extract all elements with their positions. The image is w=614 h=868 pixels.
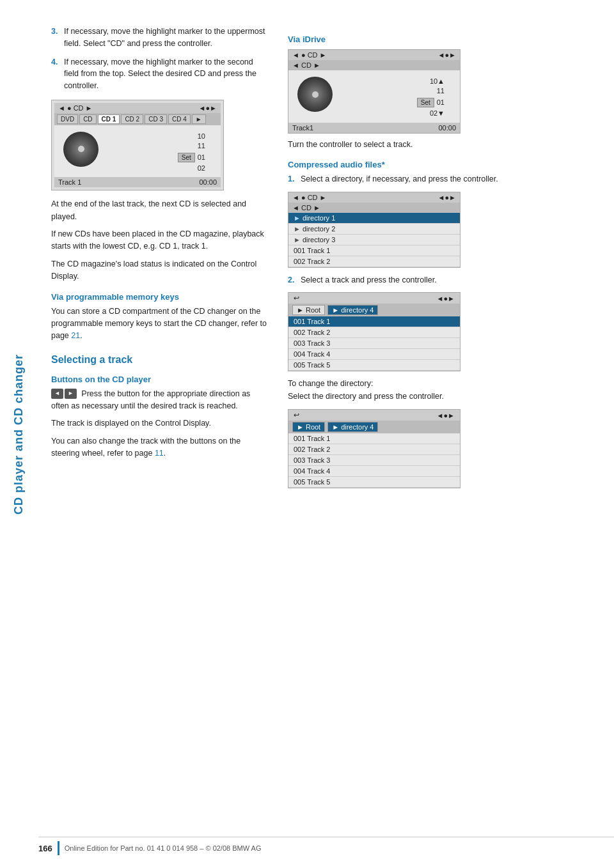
nav2-row-track2[interactable]: 002 Track 2 (288, 444, 460, 455)
sidebar-label: CD player and CD changer (13, 353, 26, 514)
page-footer: 166 Online Edition for Part no. 01 41 0 … (38, 837, 614, 855)
dir-top-bar: ◄ ● CD ► ◄●► (288, 192, 460, 203)
track-11: 11 (198, 141, 205, 151)
cd-player-screen: ◄ ● CD ► ◄●► DVD CD CD 1 CD 2 CD 3 CD 4 … (51, 100, 224, 191)
left-column: 3. If necessary, move the highlight mark… (51, 26, 269, 495)
cd-disc-image (63, 132, 98, 167)
via-prog-page-link[interactable]: 21 (71, 331, 80, 340)
dir-row-1[interactable]: ►directory 1 (288, 213, 460, 224)
idrive-track-02: 02▼ (430, 109, 445, 118)
cd-screen-top-right: ◄●► (199, 104, 217, 112)
idrive-set-row: Set 01 (417, 98, 445, 107)
dir-sub-row: ◄ CD ► (288, 203, 460, 213)
step-4: 4. If necessary, move the highlight mark… (51, 56, 269, 92)
nav-row-track1[interactable]: 001 Track 1 (288, 316, 460, 327)
cd-screen-top-left: ◄ ● CD ► (58, 104, 92, 112)
via-prog-header: Via programmable memory keys (51, 292, 269, 302)
nav-breadcrumb-1: ► Root ► directory 4 (288, 304, 460, 316)
footer-copyright: Online Edition for Part no. 01 41 0 014 … (65, 844, 262, 852)
tab-cd4[interactable]: CD 4 (168, 114, 191, 124)
dir-row-2[interactable]: ►directory 2 (288, 224, 460, 235)
dir-screen: ◄ ● CD ► ◄●► ◄ CD ► ►directory 1 ►direct… (288, 192, 460, 268)
turn-controller-text: Turn the controller to select a track. (288, 139, 505, 151)
nav-crumb-dir4-1[interactable]: ► directory 4 (327, 305, 378, 315)
idrive-bottom-bar: Track1 00:00 (288, 123, 460, 133)
nav-crumb-dir4-2[interactable]: ► directory 4 (327, 422, 378, 432)
nav2-row-track1[interactable]: 001 Track 1 (288, 433, 460, 444)
nav2-row-track4[interactable]: 004 Track 4 (288, 466, 460, 477)
dir-row-track1[interactable]: 001 Track 1 (288, 245, 460, 256)
change-dir-text: To change the directory: Select the dire… (288, 378, 505, 403)
track-display-text: The track is displayed on the Control Di… (51, 417, 269, 430)
compressed-step-2: 2. Select a track and press the controll… (288, 274, 505, 286)
idrive-screen: ◄ ● CD ► ◄●► ◄ CD ► 10▲ 11 Set 01 (288, 49, 460, 134)
nav-row-track2[interactable]: 002 Track 2 (288, 327, 460, 338)
compressed-step-2-text: Select a track and press the controller. (301, 274, 437, 286)
idrive-time: 00:00 (438, 124, 456, 132)
para-1: At the end of the last track, the next C… (51, 198, 269, 223)
via-idrive-header: Via iDrive (288, 35, 505, 44)
step-3-text: If necessary, move the highlight marker … (64, 26, 269, 50)
compressed-step-2-num: 2. (288, 274, 297, 286)
main-content: 3. If necessary, move the highlight mark… (38, 0, 614, 520)
nav2-row-track3[interactable]: 003 Track 3 (288, 455, 460, 466)
step-4-num: 4. (51, 56, 60, 92)
idrive-track-11: 11 (437, 86, 445, 96)
footer-divider (58, 841, 59, 855)
track-01: 01 (198, 153, 205, 162)
track-buttons: ◄ ► (51, 389, 77, 399)
nav-top-1: ↩ ◄●► (288, 293, 460, 304)
para-2: If new CDs have been placed in the CD ma… (51, 228, 269, 253)
nav-top-right-icon: ◄●► (437, 295, 455, 302)
cd-content-area: 10 11 Set 01 02 (54, 125, 221, 178)
selecting-track-header: Selecting a track (51, 354, 269, 366)
cd-screen-top-bar: ◄ ● CD ► ◄●► (54, 103, 221, 113)
idrive-sub-row: ◄ CD ► (288, 60, 460, 70)
compressed-header: Compressed audio files* (288, 160, 505, 169)
steering-page-link[interactable]: 11 (155, 449, 164, 458)
compressed-step-1: 1. Select a directory, if necessary, and… (288, 173, 505, 185)
nav-crumb-root-1[interactable]: ► Root (292, 305, 325, 315)
dir-arrow-3: ► (294, 236, 301, 244)
dir-row-3[interactable]: ►directory 3 (288, 235, 460, 245)
steering-text: You can also change the track with the b… (51, 435, 269, 460)
dir-arrow-1: ► (294, 214, 301, 222)
nav-row-track4[interactable]: 004 Track 4 (288, 349, 460, 360)
page-number: 166 (38, 844, 52, 853)
tab-cd2[interactable]: CD 2 (121, 114, 143, 124)
nav2-right-icon: ◄●► (437, 412, 455, 419)
idrive-set-button[interactable]: Set (417, 98, 434, 107)
idrive-track-01: 01 (437, 98, 445, 107)
idrive-content: 10▲ 11 Set 01 02▼ (288, 70, 460, 123)
tab-next[interactable]: ► (192, 114, 206, 124)
para-3: The CD magazine's load status is indicat… (51, 258, 269, 283)
nav-row-track3[interactable]: 003 Track 3 (288, 338, 460, 349)
tab-dvd[interactable]: DVD (57, 114, 78, 124)
via-prog-text: You can store a CD compartment of the CD… (51, 306, 269, 343)
buttons-header: Buttons on the CD player (51, 375, 269, 384)
cd-time: 00:00 (199, 178, 217, 186)
sidebar: CD player and CD changer (0, 0, 38, 868)
prev-track-btn[interactable]: ◄ (51, 389, 63, 399)
dir-row-track2[interactable]: 002 Track 2 (288, 256, 460, 267)
nav-row-track5[interactable]: 005 Track 5 (288, 360, 460, 371)
idrive-top-left: ◄ ● CD ► (292, 51, 326, 59)
idrive-disc-image (297, 77, 333, 112)
cd-track-info: 10 11 Set 01 02 (101, 129, 214, 174)
cd-track-label: Track 1 (58, 178, 81, 186)
next-track-btn[interactable]: ► (65, 389, 77, 399)
nav-screen-1: ↩ ◄●► ► Root ► directory 4 001 Track 1 0… (288, 292, 460, 371)
track-02: 02 (198, 164, 205, 173)
nav-crumb-root-2[interactable]: ► Root (292, 422, 325, 432)
idrive-track-numbers: 10▲ 11 Set 01 02▼ (338, 77, 451, 119)
idrive-content-with-image: 10▲ 11 Set 01 02▼ (294, 73, 455, 120)
tab-cd3[interactable]: CD 3 (145, 114, 167, 124)
idrive-sub-text: ◄ CD ► (292, 61, 320, 69)
tab-cd1[interactable]: CD 1 (98, 114, 120, 124)
nav2-row-track5[interactable]: 005 Track 5 (288, 477, 460, 488)
dir-arrow-2: ► (294, 225, 301, 233)
cd-set-button[interactable]: Set (178, 153, 195, 162)
nav-top-back-icon: ↩ (294, 294, 299, 302)
step-3-num: 3. (51, 26, 60, 50)
tab-cd[interactable]: CD (79, 114, 96, 124)
